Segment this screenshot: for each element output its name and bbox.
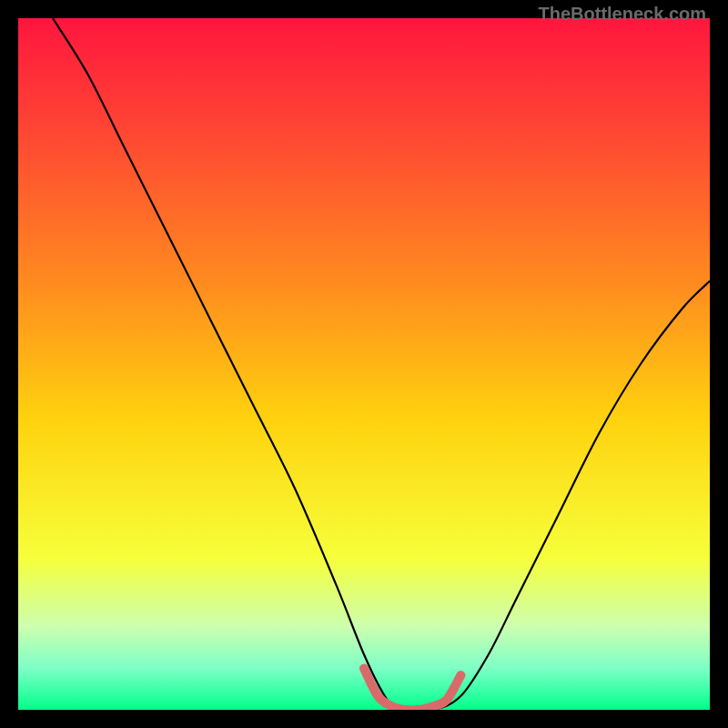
gradient-background — [18, 18, 710, 710]
bottleneck-plot — [18, 18, 710, 710]
chart-frame — [18, 18, 710, 710]
watermark-text: TheBottleneck.com — [539, 4, 706, 25]
